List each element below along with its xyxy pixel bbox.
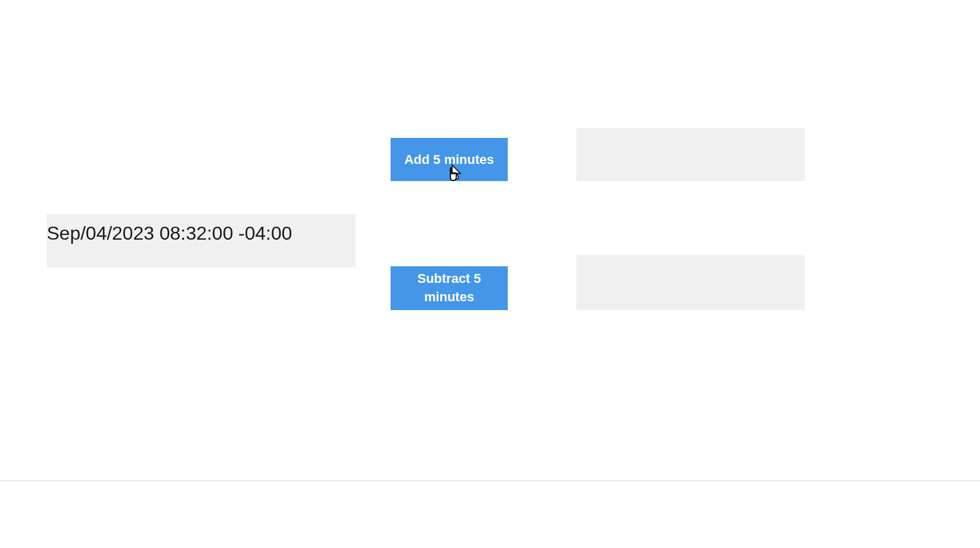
add-minutes-button[interactable]: Add 5 minutes <box>391 138 508 181</box>
datetime-value: Sep/04/2023 08:32:00 -04:00 <box>47 223 292 244</box>
output-box-2 <box>576 255 805 310</box>
subtract-button-label: Subtract 5 minutes <box>396 270 502 307</box>
divider-line <box>0 481 980 481</box>
add-button-label: Add 5 minutes <box>404 152 494 167</box>
main-container: Sep/04/2023 08:32:00 -04:00 Add 5 minute… <box>0 0 980 548</box>
output-box-1 <box>576 128 805 181</box>
datetime-display: Sep/04/2023 08:32:00 -04:00 <box>47 214 356 267</box>
subtract-minutes-button[interactable]: Subtract 5 minutes <box>391 266 508 310</box>
